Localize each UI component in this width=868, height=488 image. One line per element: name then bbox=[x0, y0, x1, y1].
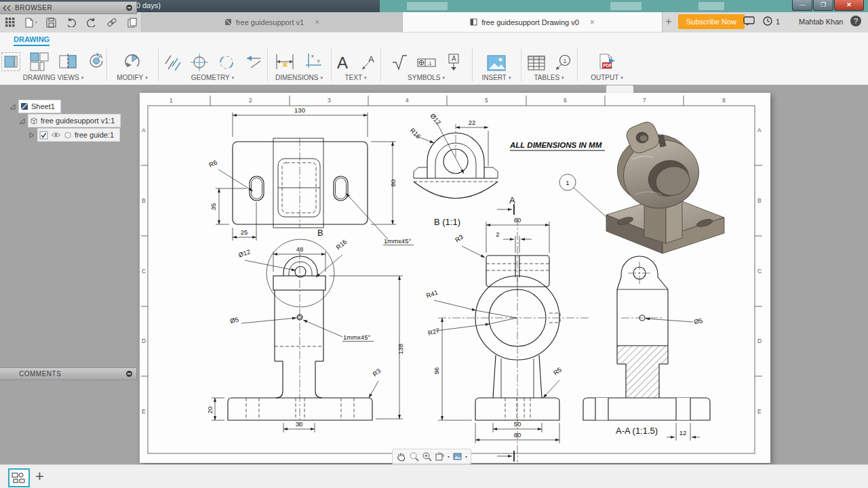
browser-item-part[interactable]: free guide:1 bbox=[28, 129, 120, 141]
linear-dimension-icon[interactable] bbox=[275, 52, 295, 72]
display-settings-icon[interactable] bbox=[452, 451, 462, 462]
restore-button[interactable]: ❐ bbox=[813, 0, 833, 11]
export-copy-icon[interactable] bbox=[126, 16, 138, 28]
look-at-icon[interactable] bbox=[435, 451, 445, 462]
drawing-canvas[interactable]: 1 2 3 4 5 6 7 8 A B C D E A B C D bbox=[0, 85, 868, 464]
visibility-checkbox[interactable] bbox=[39, 131, 48, 140]
section-view-icon[interactable] bbox=[58, 52, 78, 72]
surface-texture-icon[interactable] bbox=[391, 53, 408, 72]
share-link-icon[interactable] bbox=[106, 16, 118, 28]
rotate-icon[interactable] bbox=[122, 52, 142, 72]
side-view[interactable]: 60 2 R3 R41 R27 96 R5 bbox=[425, 195, 591, 462]
top-view[interactable]: 130 80 35 25 R6 B 1mmx45° bbox=[208, 106, 414, 245]
tab-free-guidesupport-drawing-v0[interactable]: free guidesupport Drawing v0 × bbox=[402, 12, 663, 32]
chevron-down-icon: ▾ bbox=[509, 75, 511, 80]
ribbon-dropdown-geometry[interactable]: GEOMETRY▾ bbox=[158, 74, 267, 81]
dim-r16: R16 bbox=[334, 238, 348, 251]
minimize-button[interactable]: — bbox=[792, 0, 812, 11]
balloon-1[interactable]: 1 bbox=[559, 174, 607, 218]
text-icon[interactable]: A bbox=[334, 53, 352, 72]
chevron-down-icon[interactable]: ▾ bbox=[448, 454, 450, 459]
collapse-panel-icon[interactable] bbox=[3, 5, 11, 12]
undo-icon[interactable] bbox=[65, 16, 77, 28]
insert-image-icon[interactable] bbox=[486, 54, 507, 72]
drawing-sheet[interactable]: 1 2 3 4 5 6 7 8 A B C D E A B C D bbox=[140, 93, 770, 463]
chevron-down-icon: ▾ bbox=[364, 75, 367, 80]
output-pdf-icon[interactable]: PDF bbox=[597, 53, 617, 72]
ribbon-group-geometry: GEOMETRY▾ bbox=[158, 45, 267, 84]
detail-view-b[interactable]: Ø12 R16 22 B (1:1) bbox=[409, 112, 498, 227]
panel-options-icon[interactable] bbox=[125, 4, 133, 12]
balloon-icon[interactable]: 1 bbox=[554, 54, 572, 72]
tab-free-guidesupport-v1[interactable]: free guidesupport v1 × bbox=[141, 12, 403, 32]
ribbon-dropdown-tables[interactable]: TABLES▾ bbox=[521, 74, 577, 81]
projected-view-icon[interactable] bbox=[29, 52, 50, 72]
canvas-scrollbar[interactable] bbox=[606, 85, 633, 94]
close-tab-icon[interactable]: × bbox=[590, 18, 595, 27]
chamfer-note-1: 1mmx45° bbox=[384, 237, 411, 245]
ribbon-group-insert: INSERT▾ bbox=[472, 45, 521, 84]
zoom-icon[interactable] bbox=[422, 451, 432, 462]
parallel-lines-icon[interactable] bbox=[163, 53, 182, 72]
comments-panel-header[interactable]: COMMENTS bbox=[0, 367, 137, 380]
eye-icon[interactable] bbox=[51, 131, 61, 138]
chevron-down-icon[interactable]: ▾ bbox=[465, 454, 467, 459]
base-view-icon[interactable] bbox=[1, 52, 21, 72]
sheet-row-label: E bbox=[757, 408, 762, 415]
dim-dia5: Ø5 bbox=[229, 316, 239, 325]
sheet1-thumbnail[interactable] bbox=[8, 468, 30, 487]
expander-icon[interactable] bbox=[9, 104, 16, 110]
dim-r16-detail: R16 bbox=[409, 127, 422, 140]
document-tab-bar: free guidesupport v1 × free guidesupport… bbox=[0, 12, 868, 33]
drawing-note[interactable]: ALL DIMENSIONS IN MM bbox=[509, 141, 605, 150]
ribbon-dropdown-insert[interactable]: INSERT▾ bbox=[472, 74, 521, 81]
ribbon-dropdown-modify[interactable]: MODIFY▾ bbox=[106, 74, 158, 81]
iso-view-3d[interactable] bbox=[606, 119, 724, 253]
ribbon-dropdown-drawing-views[interactable]: DRAWING VIEWS▾ bbox=[0, 74, 106, 81]
close-tab-icon[interactable]: × bbox=[315, 18, 319, 27]
ribbon-dropdown-output[interactable]: OUTPUT▾ bbox=[577, 74, 637, 81]
browser-panel-header[interactable]: BROWSER bbox=[0, 1, 137, 14]
app-grid-icon[interactable] bbox=[4, 16, 16, 28]
sheet-column-label: 3 bbox=[328, 97, 331, 104]
leader-text-icon[interactable]: A bbox=[360, 53, 378, 72]
subscribe-now-button[interactable]: Subscribe Now bbox=[678, 14, 745, 29]
browser-item-sheet1[interactable]: Sheet1 bbox=[9, 100, 61, 113]
new-tab-button[interactable]: + bbox=[662, 15, 675, 28]
job-status-clock-icon[interactable] bbox=[763, 16, 772, 27]
feedback-bubble-icon[interactable] bbox=[743, 16, 755, 28]
front-view[interactable]: 48 Ø12 R16 Ø5 1mmx45° 138 20 bbox=[206, 238, 404, 432]
centerline-circle-icon[interactable] bbox=[217, 53, 236, 72]
section-view-aa[interactable]: Ø5 A-A (1:1.5) 12 bbox=[583, 256, 710, 441]
browser-item-assembly[interactable]: free guidesupport v1:1 bbox=[19, 115, 121, 127]
document-icon bbox=[470, 18, 477, 26]
ordinate-dimension-icon[interactable]: xY bbox=[303, 52, 323, 72]
detail-view-icon[interactable]: A bbox=[86, 52, 106, 72]
pan-icon[interactable] bbox=[396, 451, 406, 462]
feature-control-frame-icon[interactable]: .1 bbox=[416, 53, 437, 72]
file-menu-icon[interactable] bbox=[24, 16, 37, 28]
zoom-window-icon[interactable] bbox=[409, 451, 419, 462]
sheet-row-label: A bbox=[142, 127, 146, 134]
edge-extension-icon[interactable] bbox=[244, 53, 263, 72]
ribbon-dropdown-symbols[interactable]: SYMBOLS▾ bbox=[380, 74, 472, 81]
close-button[interactable]: ✕ bbox=[834, 0, 864, 11]
expander-icon[interactable] bbox=[19, 118, 25, 124]
expander-collapsed-icon[interactable] bbox=[28, 132, 35, 138]
redo-icon[interactable] bbox=[85, 16, 98, 28]
dim-35: 35 bbox=[210, 203, 217, 211]
ribbon-group-dimensions: xY DIMENSIONS▾ bbox=[267, 45, 331, 84]
save-icon[interactable] bbox=[45, 16, 57, 28]
svg-text:.1: .1 bbox=[427, 60, 432, 66]
add-sheet-button[interactable]: + bbox=[35, 468, 44, 485]
table-icon[interactable] bbox=[527, 54, 546, 72]
panel-options-icon[interactable] bbox=[125, 370, 133, 378]
ribbon-dropdown-text[interactable]: TEXT▾ bbox=[331, 74, 380, 81]
help-button[interactable]: ? bbox=[850, 16, 861, 26]
center-mark-icon[interactable] bbox=[190, 53, 209, 72]
ribbon-dropdown-dimensions[interactable]: DIMENSIONS▾ bbox=[267, 74, 331, 81]
datum-identifier-icon[interactable]: A bbox=[445, 53, 462, 72]
user-menu[interactable]: Mahtab Khan bbox=[799, 18, 843, 26]
chevron-down-icon: ▾ bbox=[320, 75, 323, 80]
ribbon-group-symbols: .1 A SYMBOLS▾ bbox=[380, 45, 472, 84]
